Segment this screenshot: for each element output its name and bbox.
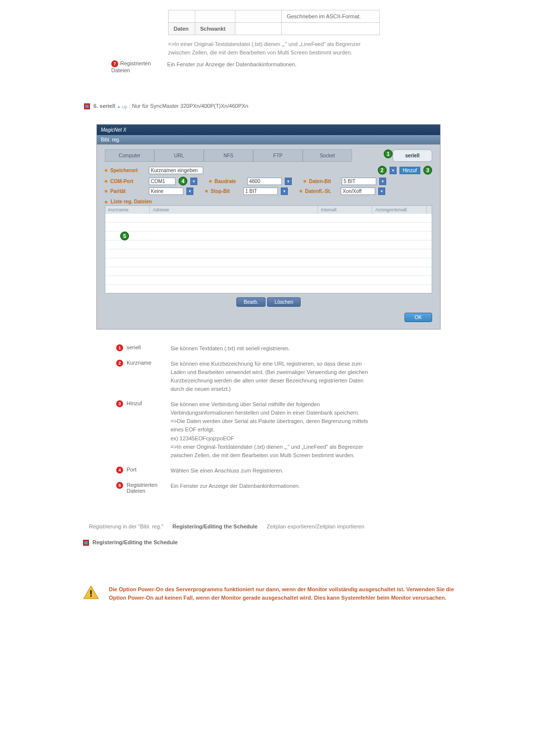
badge-1-icon: 1 [116,344,123,351]
bullet-icon [205,190,208,192]
bullet-icon [105,180,107,183]
chevron-down-icon[interactable]: ▾ [285,178,292,185]
tab-ftp[interactable]: FTP [253,149,303,162]
badge-5-icon: 5 [120,232,129,240]
badge-7-icon: 7 [111,60,118,67]
section-icon [83,540,89,546]
badge-1-icon: 1 [384,149,393,158]
lbl-comport: COM-Port [110,179,146,184]
legend-5-text: Ein Fenster zur Anzeige der Datenbankinf… [171,482,378,494]
legend-2-text: Sie können eine Kurzbezeichnung für eine… [171,360,378,393]
warning-text: Die Option Power-On des Serverprogramms … [109,585,469,603]
file-grid: Kurzname Adresse Intervall Anzeigeinterv… [105,205,432,293]
dialog-subtitle: Bibl. reg. [97,135,440,144]
inp-comport[interactable]: COM1 [149,178,176,185]
section-6-title: 6. seriell [93,103,115,109]
badge-5-icon: 5 [116,482,123,489]
legend-2-label: Kurzname [127,360,151,366]
lbl-baudrate: Baudrate [215,179,244,184]
subnav-a[interactable]: Registrierung in der "Bibl. reg." [89,523,163,529]
warning-icon: ! [83,585,99,599]
lbl-datenfl: Datenfl.-St. [305,189,338,194]
chevron-down-icon[interactable]: ▾ [186,188,193,195]
badge-3-icon: 3 [116,400,123,407]
legend-4-label: Port [127,467,136,472]
chevron-down-icon[interactable]: ▾ [190,178,197,185]
dialog-tabs: Computer URL NFS FTP Socket 1 seriell [105,149,432,162]
tab-computer[interactable]: Computer [105,149,154,162]
dialog: MagicNet X Bibl. reg. Computer URL NFS F… [96,124,441,330]
inp-stopbit[interactable]: 1 BIT [243,188,278,195]
lbl-stopbit: Stop-Bit [211,189,240,194]
section-reg-head: Registering/Editing the Schedule [83,539,514,546]
subnav: Registrierung in der "Bibl. reg." Regist… [89,523,514,529]
badge-4-icon: 4 [178,177,187,186]
subnav-c[interactable]: Zeitplan exportieren/Zeitplan importiere… [267,523,364,529]
lbl-datenbit: Daten-Bit [309,179,339,184]
legend-3-text: Sie können eine Verbindung über Serial m… [171,400,378,459]
note-txt: =>In einer Original-Textdatendatei (.txt… [168,40,380,56]
chevron-down-icon[interactable]: ▾ [379,178,386,185]
chevron-down-icon[interactable]: ▾ [390,167,397,174]
col-kurzname: Kurzname [105,206,150,214]
inp-datenfl[interactable]: Xon/Xoff [341,188,375,195]
bullet-icon [300,190,302,192]
inp-datenbit[interactable]: 5 BIT [342,178,376,185]
legend-3-label: Hinzuf [127,400,142,406]
inp-baudrate[interactable]: 4800 [247,178,282,185]
lbl-paritat: Parität [110,189,146,194]
warning: ! Die Option Power-On des Serverprogramm… [83,585,469,603]
bullet-icon [304,180,306,183]
legend: 1seriell Sie können Textdaten (.txt) mit… [20,344,514,494]
badge-2-icon: 2 [378,166,387,175]
subnav-b[interactable]: Registering/Editing the Schedule [173,523,258,529]
tab-url[interactable]: URL [154,149,204,162]
badge-2-icon: 2 [116,360,123,367]
section-reg-title: Registering/Editing the Schedule [92,539,178,545]
legend-4-text: Wählen Sie einen Anschluss zum Registrie… [171,467,378,475]
chevron-down-icon[interactable]: ▾ [378,188,385,195]
dialog-title: MagicNet X [97,125,440,135]
inp-speicherort[interactable]: Kurznamen eingeben [149,167,203,174]
hinzuf-button[interactable]: Hinzuf [400,167,420,174]
chevron-down-icon[interactable]: ▾ [281,188,288,195]
tt-r2c1: Daten [169,23,195,35]
tab-socket[interactable]: Socket [303,149,352,162]
svg-text:!: ! [89,589,92,599]
legend-1-label: seriell [127,344,141,350]
bearb-button[interactable]: Bearb. [236,297,266,307]
tt-r1c4: Geschrieben im ASCII-Format. [281,10,379,23]
legend-5-label: Registrierten Dateien [127,482,171,494]
bullet-icon [209,180,212,183]
inp-paritat[interactable]: Keine [149,188,183,195]
col-adresse: Adresse [150,206,318,214]
badge-3-icon: 3 [423,166,432,175]
lbl-speicherort: Speicherort [110,168,146,173]
bullet-icon [105,190,107,192]
listhead: Liste reg. Dateien [111,199,152,204]
loeschen-button[interactable]: Löschen [267,297,301,307]
grid-body[interactable]: 5 [105,214,432,293]
section-icon [84,103,90,109]
row7-text: Ein Fenster zur Anzeige der Datenbankinf… [167,60,375,69]
top-table: Geschrieben im ASCII-Format. Daten Schwa… [168,10,380,35]
up-link[interactable]: Up [117,104,127,109]
ok-button[interactable]: OK [404,313,432,322]
bullet-icon [105,169,107,172]
tt-r2c2: Schwankt [195,23,235,35]
col-anzeige: Anzeigeintervall [372,206,427,214]
section-6-head: 6. seriell Up : Nur für SyncMaster 320PX… [84,103,514,109]
tab-seriell[interactable]: seriell [393,149,432,162]
col-intervall: Intervall [318,206,372,214]
legend-1-text: Sie können Textdaten (.txt) mit seriell … [171,344,378,353]
tab-nfs[interactable]: NFS [204,149,253,162]
section-6-rest: : Nur für SyncMaster 320PXn/400P(T)Xn/46… [129,103,249,109]
badge-4-icon: 4 [116,467,123,473]
bullet-icon [105,201,107,203]
